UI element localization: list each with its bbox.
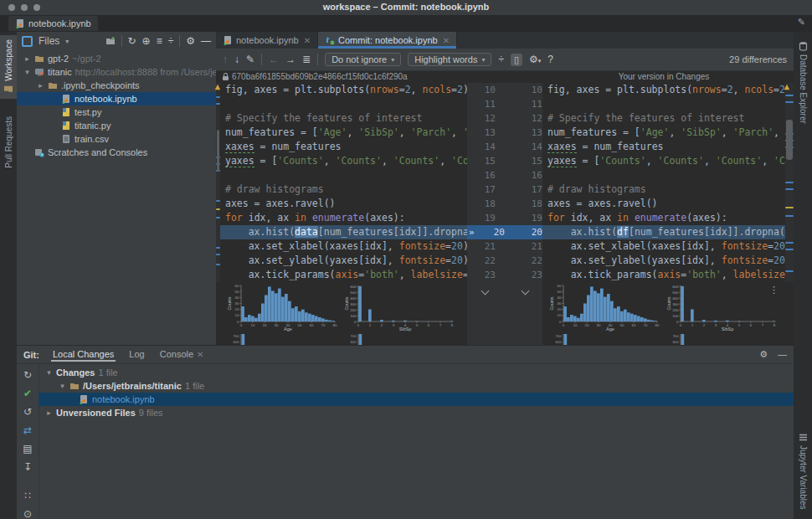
code-line[interactable] bbox=[220, 97, 467, 111]
tool-window-jupyter-variables[interactable]: Jupyter Variables bbox=[794, 428, 812, 514]
git-tab-log[interactable]: Log bbox=[127, 347, 146, 362]
expand-right-icon[interactable] bbox=[522, 287, 530, 295]
code-line[interactable]: # draw histograms bbox=[542, 182, 785, 197]
tab-notebook[interactable]: notebook.ipynb✕ bbox=[216, 32, 318, 49]
tree-item-scratches-and-consoles[interactable]: Scratches and Consoles bbox=[17, 146, 216, 159]
diff-left-editor[interactable]: fig, axes = plt.subplots(nrows=2, ncols=… bbox=[220, 83, 467, 282]
gutter-line-numbers: 1212 bbox=[467, 111, 542, 126]
code-line[interactable]: ax.tick_params(axis='both', labelsize=15… bbox=[542, 268, 785, 282]
code-line[interactable] bbox=[542, 168, 785, 182]
left-change-map[interactable] bbox=[216, 83, 220, 282]
edit-tabs-icon[interactable]: ✎ bbox=[798, 17, 805, 28]
synchronize-scrolling-icon[interactable]: ▯ bbox=[511, 54, 522, 66]
code-line[interactable] bbox=[220, 168, 467, 182]
git-tab-console[interactable]: Console✕ bbox=[158, 347, 206, 362]
highlight-policy-dropdown[interactable]: Highlight words▾ bbox=[408, 53, 491, 66]
collapse-all-icon[interactable]: ÷ bbox=[168, 35, 174, 47]
close-icon[interactable]: ✕ bbox=[197, 350, 203, 359]
tree-item-test-py[interactable]: test.py bbox=[17, 105, 216, 119]
locate-icon[interactable]: ⊕ bbox=[142, 35, 151, 47]
right-scrollbar-map[interactable] bbox=[785, 83, 794, 282]
group-by-icon[interactable]: ∷ bbox=[24, 490, 31, 501]
chevron-down-icon[interactable]: ▾ bbox=[65, 38, 69, 45]
code-line[interactable]: ax.set_ylabel(yaxes[idx], fontsize=20) bbox=[220, 254, 467, 268]
next-difference-icon[interactable]: ↓ bbox=[234, 54, 239, 65]
code-line[interactable]: fig, axes = plt.subplots(nrows=2, ncols=… bbox=[542, 83, 785, 97]
git-tab-local-changes[interactable]: Local Changes bbox=[51, 347, 116, 362]
code-line[interactable]: ax.hist(df[num_features[idx]].dropna(), … bbox=[542, 225, 785, 239]
refresh-icon[interactable]: ↻ bbox=[23, 369, 32, 381]
code-line[interactable]: # Specify the features of interest bbox=[542, 111, 785, 126]
code-line[interactable]: yaxes = ['Counts', 'Counts', 'Counts', '… bbox=[220, 154, 467, 168]
prev-change-icon[interactable]: ← bbox=[269, 54, 279, 65]
rollback-icon[interactable]: ↺ bbox=[23, 406, 32, 418]
code-line[interactable]: # Specify the features of interest bbox=[220, 111, 467, 126]
gear-icon[interactable]: ⚙▾ bbox=[529, 54, 541, 65]
unversioned-files-node[interactable]: ▸Unversioned Files9 files bbox=[39, 406, 794, 419]
tab-commit[interactable]: Commit: notebook.ipynb✕ bbox=[318, 32, 457, 49]
tree-item-notebook-ipynb[interactable]: notebook.ipynb bbox=[17, 92, 216, 105]
svg-text:7: 7 bbox=[762, 323, 764, 327]
code-line[interactable]: ax.tick_params(axis='both', labelsize=15… bbox=[220, 268, 467, 282]
jump-to-source-icon[interactable]: ✎ bbox=[246, 54, 254, 65]
code-line[interactable]: ax.hist(data[num_features[idx]].dropna()… bbox=[220, 225, 467, 239]
svg-text:70: 70 bbox=[321, 323, 326, 327]
go-to-changed-file-icon[interactable]: ≣ bbox=[302, 54, 311, 65]
tree-item-titanic-py[interactable]: titanic.py bbox=[17, 119, 216, 132]
tool-window-database-explorer[interactable]: Database Explorer bbox=[794, 37, 812, 128]
close-icon[interactable]: ✕ bbox=[443, 36, 450, 45]
code-line[interactable]: axes = axes.ravel() bbox=[542, 197, 785, 211]
tree-item-gpt-2[interactable]: ▸gpt-2~/gpt-2 bbox=[17, 52, 216, 65]
view-options-icon[interactable]: ⊙ bbox=[23, 508, 32, 519]
code-line[interactable]: # draw histograms bbox=[220, 182, 467, 197]
code-line[interactable]: num_features = ['Age', 'SibSp', 'Parch',… bbox=[542, 126, 785, 140]
code-line[interactable]: yaxes = ['Counts', 'Counts', 'Counts', '… bbox=[542, 154, 785, 168]
code-line[interactable]: ax.set_xlabel(xaxes[idx], fontsize=20) bbox=[220, 239, 467, 254]
code-line[interactable] bbox=[542, 97, 785, 111]
project-view-selector[interactable]: Files bbox=[39, 35, 59, 47]
changelist-path-node[interactable]: ▾/Users/jetbrains/titanic1 file bbox=[39, 379, 794, 393]
code-line[interactable]: for idx, ax in enumerate(axes): bbox=[220, 211, 467, 225]
changes-node[interactable]: ▾Changes1 file bbox=[39, 366, 794, 379]
tool-window-pull-requests[interactable]: Pull Requests bbox=[0, 112, 17, 172]
commit-check-icon[interactable]: ✔ bbox=[23, 388, 32, 399]
code-line[interactable]: ax.set_xlabel(xaxes[idx], fontsize=20) bbox=[542, 239, 785, 254]
expand-left-icon[interactable] bbox=[481, 287, 490, 295]
svg-text:700: 700 bbox=[351, 334, 357, 338]
tree-item-titanic[interactable]: ▾titanichttp://localhost:8888 from /User… bbox=[17, 65, 216, 79]
code-line[interactable]: xaxes = num_features bbox=[220, 140, 467, 154]
diff-right-editor[interactable]: fig, axes = plt.subplots(nrows=2, ncols=… bbox=[542, 83, 785, 282]
shelve-icon[interactable]: ⇄ bbox=[23, 424, 32, 436]
code-line[interactable]: num_features = ['Age', 'SibSp', 'Parch',… bbox=[220, 126, 467, 140]
close-icon[interactable]: ✕ bbox=[304, 36, 311, 45]
code-line[interactable]: fig, axes = plt.subplots(nrows=2, ncols=… bbox=[220, 83, 467, 97]
code-line[interactable]: axes = axes.ravel() bbox=[220, 197, 467, 211]
hide-panel-icon[interactable]: — bbox=[778, 349, 787, 360]
tool-window-workspace[interactable]: Workspace bbox=[0, 35, 17, 99]
tree-item--ipynb-checkpoints[interactable]: ▸.ipynb_checkpoints bbox=[17, 79, 216, 92]
changed-file-row[interactable]: notebook.ipynb bbox=[39, 393, 794, 406]
new-folder-icon[interactable] bbox=[105, 36, 116, 46]
code-line[interactable]: xaxes = num_features bbox=[542, 140, 785, 154]
svg-text:8: 8 bbox=[773, 323, 776, 327]
svg-text:80: 80 bbox=[655, 323, 660, 327]
refresh-icon[interactable]: ↻ bbox=[128, 35, 136, 47]
tree-item-train-csv[interactable]: train.csv bbox=[17, 132, 216, 146]
svg-text:600: 600 bbox=[673, 340, 680, 344]
hide-panel-icon[interactable]: — bbox=[201, 35, 211, 47]
whitespace-policy-dropdown[interactable]: Do not ignore▾ bbox=[325, 53, 401, 66]
code-line[interactable]: for idx, ax in enumerate(axes): bbox=[542, 211, 785, 225]
prev-difference-icon[interactable]: ↑ bbox=[223, 54, 228, 65]
update-icon[interactable]: ↧ bbox=[23, 461, 32, 473]
expand-all-icon[interactable]: ≡ bbox=[157, 35, 162, 47]
show-diff-icon[interactable]: ▤ bbox=[23, 443, 32, 455]
svg-text:Counts: Counts bbox=[549, 296, 554, 310]
help-icon[interactable]: ? bbox=[547, 54, 553, 65]
collapse-unchanged-icon[interactable]: ÷ bbox=[498, 54, 504, 65]
gear-icon[interactable]: ⚙ bbox=[186, 35, 195, 47]
code-line[interactable]: ax.set_ylabel(yaxes[idx], fontsize=20) bbox=[542, 254, 785, 268]
svg-text:100: 100 bbox=[672, 314, 679, 318]
window-tab[interactable]: notebook.ipynb bbox=[8, 16, 98, 31]
gear-icon[interactable]: ⚙ bbox=[759, 349, 768, 360]
next-change-icon[interactable]: → bbox=[285, 54, 296, 65]
